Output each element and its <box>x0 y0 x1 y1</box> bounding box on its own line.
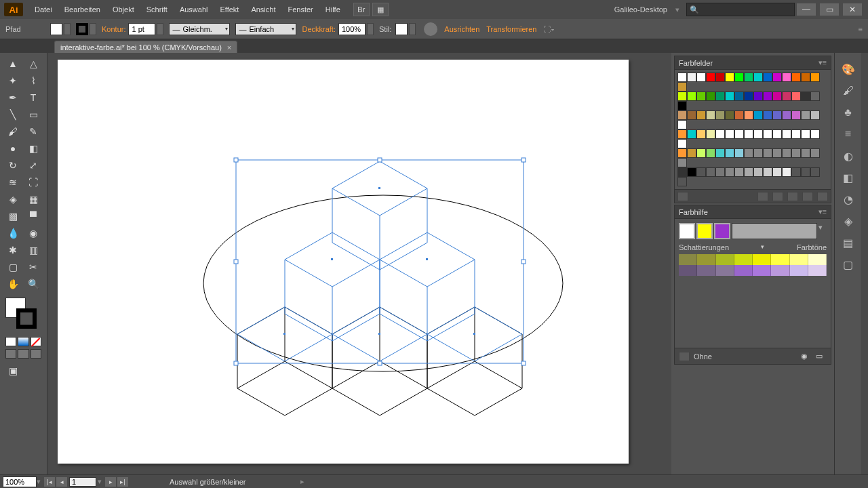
swatch[interactable] <box>696 92 706 101</box>
type-tool[interactable]: T <box>23 89 43 106</box>
swatch[interactable] <box>734 129 744 139</box>
shade-cell[interactable] <box>716 254 734 265</box>
swatch-kind-icon[interactable] <box>757 192 768 201</box>
swatch[interactable] <box>715 73 725 82</box>
swatch[interactable] <box>782 92 791 101</box>
swatch[interactable] <box>763 110 772 120</box>
shade-cell[interactable] <box>679 265 697 276</box>
swatch[interactable] <box>801 148 810 158</box>
mesh-tool[interactable]: ▩ <box>3 208 23 224</box>
gradient-panel-icon[interactable]: ◧ <box>838 168 859 187</box>
shade-cell[interactable] <box>679 254 697 265</box>
search-input[interactable]: 🔍 <box>686 3 795 16</box>
swatch[interactable] <box>677 139 687 148</box>
pencil-tool[interactable]: ✎ <box>23 123 43 140</box>
color-panel-icon[interactable]: 🎨 <box>838 60 859 79</box>
opacity-label[interactable]: Deckkraft: <box>302 25 336 33</box>
swatch[interactable] <box>715 92 725 101</box>
swatch[interactable] <box>782 129 791 139</box>
swatch[interactable] <box>782 167 791 177</box>
swatch[interactable] <box>753 110 763 120</box>
workspace-dropdown-icon[interactable]: ▾ <box>675 5 679 14</box>
swatch[interactable] <box>696 110 706 120</box>
first-page-button[interactable]: |◂ <box>44 477 55 487</box>
swatch[interactable] <box>715 167 725 177</box>
swatch[interactable] <box>677 129 687 139</box>
artboard[interactable] <box>58 60 629 464</box>
stroke-swatch[interactable] <box>76 23 88 35</box>
menu-effect[interactable]: Effekt <box>214 5 245 14</box>
minimize-button[interactable]: — <box>797 3 816 16</box>
shade-cell[interactable] <box>697 265 715 276</box>
eraser-tool[interactable]: ◧ <box>23 140 43 157</box>
swatch[interactable] <box>772 92 782 101</box>
workspace-name[interactable]: Galileo-Desktop <box>606 5 675 14</box>
swatch[interactable] <box>753 92 763 101</box>
save-group-icon[interactable]: ▭ <box>816 352 827 361</box>
swatch[interactable] <box>677 101 687 110</box>
menu-object[interactable]: Objekt <box>106 5 140 14</box>
swatch[interactable] <box>677 73 687 82</box>
shade-cell[interactable] <box>790 265 808 276</box>
stroke-panel-icon[interactable]: ≡ <box>838 125 859 144</box>
style-swatch[interactable] <box>395 23 408 35</box>
draw-behind-mode[interactable] <box>18 349 28 359</box>
shade-cell[interactable] <box>716 265 734 276</box>
panel-menu-icon[interactable]: ▾≡ <box>818 207 827 216</box>
zoom-tool[interactable]: 🔍 <box>23 276 43 292</box>
last-page-button[interactable]: ▸| <box>117 477 128 487</box>
swatch[interactable] <box>791 110 801 120</box>
style-dropdown[interactable] <box>409 23 416 35</box>
shade-cell[interactable] <box>771 254 789 265</box>
swatch[interactable] <box>677 110 687 120</box>
swatch[interactable] <box>734 73 744 82</box>
swatch[interactable] <box>772 110 782 120</box>
swatch[interactable] <box>687 167 696 177</box>
swatch[interactable] <box>715 129 725 139</box>
shades-dropdown-icon[interactable]: ▾ <box>761 243 764 251</box>
swatch-options-icon[interactable] <box>772 192 783 201</box>
swatch[interactable] <box>725 110 734 120</box>
graphic-styles-panel-icon[interactable]: ◈ <box>838 211 859 230</box>
swatch[interactable] <box>810 92 820 101</box>
swatch[interactable] <box>791 129 801 139</box>
rectangle-tool[interactable]: ▭ <box>23 106 43 123</box>
swatch[interactable] <box>772 73 782 82</box>
transform-button[interactable]: Transformieren <box>486 25 536 33</box>
tab-close-icon[interactable]: × <box>227 43 231 52</box>
menu-type[interactable]: Schrift <box>140 5 174 14</box>
swatch[interactable] <box>782 110 791 120</box>
swatch[interactable] <box>696 148 706 158</box>
swatch[interactable] <box>772 167 782 177</box>
color-mode-gradient[interactable] <box>18 337 28 346</box>
canvas-area[interactable] <box>47 53 671 488</box>
menu-select[interactable]: Auswahl <box>174 5 214 14</box>
swatch-library-icon[interactable] <box>677 192 688 201</box>
fill-dropdown[interactable] <box>64 23 71 35</box>
shade-cell[interactable] <box>790 254 808 265</box>
swatch[interactable] <box>763 129 772 139</box>
swatch[interactable] <box>734 110 744 120</box>
swatch[interactable] <box>677 82 687 92</box>
controlbar-menu-icon[interactable]: ≡ <box>859 25 863 33</box>
swatch[interactable] <box>734 167 744 177</box>
swatch[interactable] <box>725 148 734 158</box>
swatch[interactable] <box>706 110 715 120</box>
swatch[interactable] <box>782 73 791 82</box>
shade-cell[interactable] <box>697 254 715 265</box>
swatch[interactable] <box>696 73 706 82</box>
swatch[interactable] <box>696 167 706 177</box>
swatch[interactable] <box>696 129 706 139</box>
color-mode-none[interactable] <box>31 337 41 346</box>
opacity-input[interactable]: 100% <box>338 23 366 35</box>
swatch[interactable] <box>753 73 763 82</box>
menu-help[interactable]: Hilfe <box>319 5 347 14</box>
base-color[interactable] <box>679 223 695 239</box>
swatch[interactable] <box>677 158 687 167</box>
swatch[interactable] <box>677 92 687 101</box>
document-tab-active[interactable]: interaktive-farbe.ai* bei 100 % (CMYK/Vo… <box>54 41 237 53</box>
swatch[interactable] <box>744 110 753 120</box>
swatch[interactable] <box>677 120 687 129</box>
close-button[interactable]: ✕ <box>843 3 862 16</box>
delete-swatch-icon[interactable] <box>817 192 828 201</box>
